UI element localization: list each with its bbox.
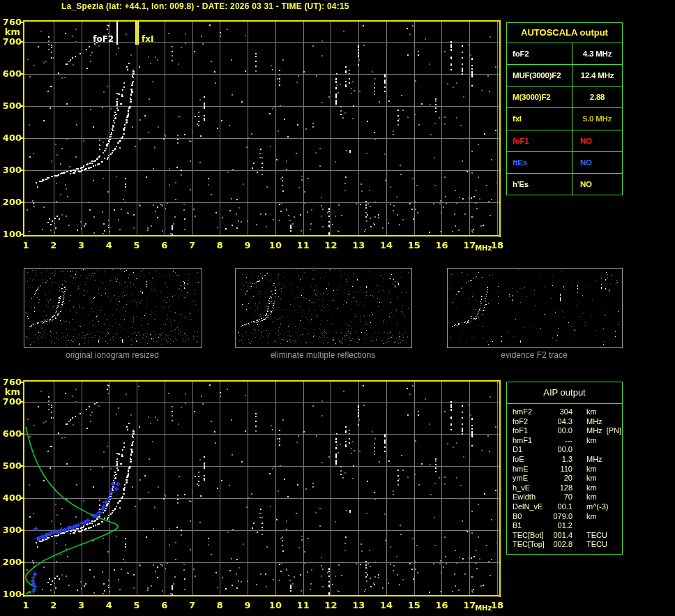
aip-row-label: TEC[Bot] xyxy=(513,531,551,541)
station-date-header: La_Spezia (lat: +44.1, lon: 009.8) - DAT… xyxy=(61,1,349,11)
row-value: NO xyxy=(572,174,622,195)
row-label: foF1 xyxy=(507,130,572,151)
aip-row-value: 001.4 xyxy=(551,531,572,541)
aip-row-label: B0 xyxy=(513,512,551,522)
thumbnail-caption-evidence: evidence F2 trace xyxy=(447,350,621,360)
row-value: 5.0 MHz xyxy=(572,108,622,129)
aip-row-unit: TECU xyxy=(586,540,607,550)
aip-row: Ewidth 70 km xyxy=(513,493,622,502)
aip-row-label: TEC[Top] xyxy=(513,540,551,550)
row-label: MUF(3000)F2 xyxy=(507,65,572,86)
aip-row-value: 128 xyxy=(551,483,572,493)
table-row-fxi: fxI 5.0 MHz xyxy=(507,108,622,130)
aip-row-unit: km xyxy=(586,512,597,522)
aip-row-unit: km xyxy=(586,483,597,493)
row-value: NO xyxy=(572,152,622,173)
aip-row: B0 079.0 km xyxy=(513,512,622,522)
aip-row-value: 00.1 xyxy=(551,502,572,512)
table-row-fof1: foF1 NO xyxy=(507,130,622,152)
aip-row-unit: km xyxy=(586,474,597,483)
table-row-m3000f2: M(3000)F2 2.88 xyxy=(507,87,622,108)
row-value: 2.88 xyxy=(572,87,622,107)
aip-row: hmF2 304 km xyxy=(513,407,622,417)
table-row-ftes: ftEs NO xyxy=(507,152,622,174)
table-row-fof2: foF2 4.3 MHz xyxy=(507,43,622,65)
aip-output-table: AIP output hmF2 304 km foF2 04.3 MHz foF… xyxy=(506,382,623,555)
aip-row-unit: km xyxy=(586,407,597,417)
aip-row: TEC[Bot] 001.4 TECU xyxy=(513,531,622,541)
aip-row-unit: MHz xyxy=(586,417,602,427)
aip-row: DelN_vE 00.1 m^(-3) xyxy=(513,502,622,512)
aip-row-value: 079.0 xyxy=(551,512,572,522)
autoscala-window: La_Spezia (lat: +44.1, lon: 009.8) - DAT… xyxy=(0,0,675,616)
aip-row-label: h_vE xyxy=(513,483,551,493)
aip-row-value: 04.3 xyxy=(551,417,572,427)
thumbnail-caption-original: original ionogram resized xyxy=(24,350,201,360)
aip-row-value: --- xyxy=(551,436,572,446)
aip-row-unit: MHz [PN] xyxy=(586,426,621,436)
aip-row-value: 110 xyxy=(551,465,572,474)
aip-row: h_vE 128 km xyxy=(513,483,622,493)
aip-row: foF2 04.3 MHz xyxy=(513,417,622,427)
thumbnail-caption-eliminate: eliminate multiple reflections xyxy=(235,350,411,360)
aip-row: foE 1.3 MHz xyxy=(513,455,622,465)
aip-row-label: B1 xyxy=(513,521,551,531)
thumbnail-original-ionogram xyxy=(24,268,202,348)
aip-row-unit: TECU xyxy=(586,531,607,541)
aip-row-label: foE xyxy=(513,455,551,465)
thumbnail-evidence-f2-trace xyxy=(447,268,623,348)
row-label: M(3000)F2 xyxy=(507,87,572,107)
aip-row-value: 01.2 xyxy=(551,521,572,531)
aip-row-value: 304 xyxy=(551,407,572,417)
aip-row-unit: km xyxy=(586,493,597,502)
aip-row-label: foF1 xyxy=(513,426,551,436)
row-label: foF2 xyxy=(507,43,572,64)
aip-row-label: ymE xyxy=(513,474,551,483)
aip-row-label: DelN_vE xyxy=(513,502,551,512)
aip-row-value: 1.3 xyxy=(551,455,572,465)
aip-row-value: 00.0 xyxy=(551,426,572,436)
table-row-muf3000f2: MUF(3000)F2 12.4 MHz xyxy=(507,65,622,87)
aip-row-value: 20 xyxy=(551,474,572,483)
aip-row-label: hmF2 xyxy=(513,407,551,417)
autoscala-table-title: AUTOSCALA output xyxy=(507,23,622,43)
aip-row-label: hmF1 xyxy=(513,436,551,446)
row-label: fxI xyxy=(507,108,572,129)
aip-table-body: hmF2 304 km foF2 04.3 MHz foF1 00.0 MHz … xyxy=(507,404,622,550)
aip-row-label: hmE xyxy=(513,465,551,474)
row-label: h'Es xyxy=(507,174,572,195)
row-value: 4.3 MHz xyxy=(572,43,622,64)
aip-row-unit: km xyxy=(586,465,597,474)
aip-row-value: 002.8 xyxy=(551,540,572,550)
aip-row: hmE 110 km xyxy=(513,465,622,474)
aip-table-title: AIP output xyxy=(507,382,622,404)
aip-row: D1 00.0 xyxy=(513,445,622,455)
row-label: ftEs xyxy=(507,152,572,173)
aip-row-unit: km xyxy=(586,436,597,446)
thumbnail-eliminate-reflections xyxy=(235,268,412,348)
aip-row-unit: m^(-3) xyxy=(586,502,608,512)
aip-row: B1 01.2 xyxy=(513,521,622,531)
aip-row: ymE 20 km xyxy=(513,474,622,483)
table-row-hes: h'Es NO xyxy=(507,174,622,195)
aip-row: hmF1 --- km xyxy=(513,436,622,446)
aip-row: foF1 00.0 MHz [PN] xyxy=(513,426,622,436)
aip-row-label: foF2 xyxy=(513,417,551,427)
aip-row-unit: MHz xyxy=(586,455,602,465)
row-value: NO xyxy=(572,130,622,151)
aip-row: TEC[Top] 002.8 TECU xyxy=(513,540,622,550)
aip-row-value: 70 xyxy=(551,493,572,502)
row-value: 12.4 MHz xyxy=(572,65,622,86)
autoscala-output-table: AUTOSCALA output foF2 4.3 MHz MUF(3000)F… xyxy=(506,22,623,195)
aip-row-label: D1 xyxy=(513,445,551,455)
aip-row-value: 00.0 xyxy=(551,445,572,455)
aip-row-label: Ewidth xyxy=(513,493,551,502)
